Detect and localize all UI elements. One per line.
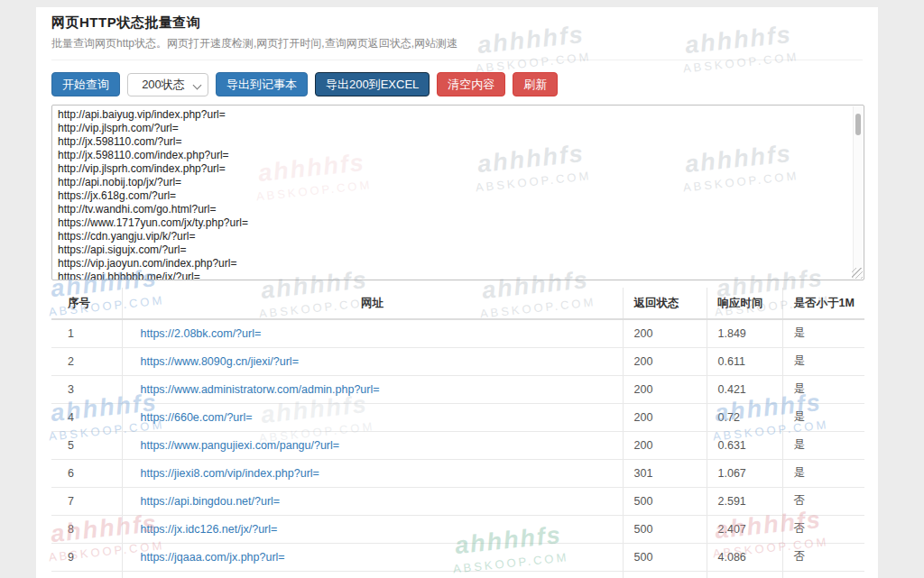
url-line: http://api.baiyug.vip/index.php?url=	[58, 108, 847, 122]
table-row: 2 https://www.8090g.cn/jiexi/?url= 200 0…	[51, 347, 864, 375]
table-row: 7 https://api.bingdou.net/?url= 500 2.59…	[51, 487, 864, 515]
col-header-index: 序号	[51, 288, 122, 319]
cell-status: 200	[623, 319, 707, 347]
cell-under1m: 是	[782, 347, 864, 375]
table-row: 3 https://www.administratorw.com/admin.p…	[51, 375, 864, 403]
cell-status: 500	[623, 487, 707, 515]
table-row: 1 https://2.08bk.com/?url= 200 1.849 是	[51, 319, 864, 347]
url-link[interactable]: https://www.pangujiexi.com/pangu/?url=	[141, 439, 340, 452]
url-link[interactable]: https://2.08bk.com/?url=	[141, 327, 262, 340]
table-row: 8 https://jx.idc126.net/jx/?url= 500 2.4…	[51, 515, 864, 543]
cell-status: 200	[623, 375, 707, 403]
cell-status: 200	[623, 571, 707, 578]
url-line: https://jx.618g.com/?url=	[58, 189, 847, 203]
results-table-container: 序号 网址 返回状态 响应时间 是否小于1M 1 https://2.08bk.…	[51, 288, 863, 578]
table-row: 9 https://jqaaa.com/jx.php?url= 500 4.08…	[51, 543, 864, 571]
textarea-scrollbar-track[interactable]	[853, 106, 863, 279]
url-line: http://jx.598110.com/?url=	[58, 135, 847, 149]
export-notepad-button[interactable]: 导出到记事本	[216, 72, 308, 96]
main-panel: 网页HTTP状态批量查询 批量查询网页http状态。网页打开速度检测,网页打开时…	[36, 7, 878, 578]
cell-index: 1	[51, 319, 122, 347]
cell-time: 0.631	[707, 431, 782, 459]
clear-content-button[interactable]: 清空内容	[437, 72, 505, 96]
cell-index: 3	[51, 375, 122, 403]
cell-status: 301	[623, 459, 707, 487]
url-link[interactable]: https://jx.idc126.net/jx/?url=	[141, 523, 278, 536]
cell-index: 9	[51, 543, 122, 571]
cell-under1m: 是	[782, 571, 864, 578]
page-header: 网页HTTP状态批量查询 批量查询网页http状态。网页打开速度检测,网页打开时…	[51, 14, 863, 60]
refresh-button[interactable]: 刷新	[513, 72, 558, 96]
cell-under1m: 是	[782, 403, 864, 431]
cell-under1m: 是	[782, 431, 864, 459]
url-link[interactable]: https://www.8090g.cn/jiexi/?url=	[141, 355, 299, 368]
cell-status: 500	[623, 515, 707, 543]
url-list-textarea[interactable]: http://api.baiyug.vip/index.php?url= htt…	[51, 105, 864, 280]
table-row: 4 https://660e.com/?url= 200 0.72 是	[51, 403, 864, 431]
url-line: http://tv.wandhi.com/go.html?url=	[58, 203, 847, 216]
results-table: 序号 网址 返回状态 响应时间 是否小于1M 1 https://2.08bk.…	[51, 288, 864, 578]
textarea-resize-handle[interactable]	[852, 268, 863, 279]
url-line: https://www.1717yun.com/jx/ty.php?url=	[58, 216, 847, 230]
url-link[interactable]: https://www.administratorw.com/admin.php…	[141, 383, 380, 396]
cell-time: 2.591	[707, 487, 782, 515]
url-line: http://vip.jlsprh.com/index.php?url=	[58, 162, 847, 176]
cell-index: 4	[51, 403, 122, 431]
page-title: 网页HTTP状态批量查询	[51, 14, 863, 32]
textarea-scrollbar-thumb[interactable]	[855, 114, 861, 135]
cell-index: 5	[51, 431, 122, 459]
cell-time: 0.589	[707, 571, 782, 578]
cell-index: 2	[51, 347, 122, 375]
cell-index: 10	[51, 571, 122, 578]
col-header-status: 返回状态	[623, 288, 707, 319]
url-link[interactable]: https://api.bingdou.net/?url=	[141, 495, 281, 508]
url-line: https://api.bbbbbb.me/jx/?url=	[58, 271, 847, 280]
table-row: 10 https://www.xymav.com/?url= 200 0.589…	[51, 571, 864, 578]
cell-time: 0.72	[707, 403, 782, 431]
cell-under1m: 是	[782, 459, 864, 487]
url-link[interactable]: https://jiexi8.com/vip/index.php?url=	[141, 467, 319, 480]
cell-under1m: 否	[782, 543, 864, 571]
toolbar: 开始查询 200状态 导出到记事本 导出200到EXCEL 清空内容 刷新	[51, 72, 863, 96]
export-excel-button[interactable]: 导出200到EXCEL	[315, 72, 430, 96]
table-header-row: 序号 网址 返回状态 响应时间 是否小于1M	[51, 288, 864, 319]
cell-status: 500	[623, 543, 707, 571]
cell-under1m: 是	[782, 375, 864, 403]
status-filter-select[interactable]: 200状态	[127, 73, 208, 96]
cell-time: 4.086	[707, 543, 782, 571]
col-header-under1m: 是否小于1M	[782, 288, 864, 319]
cell-status: 200	[623, 431, 707, 459]
cell-under1m: 否	[782, 515, 864, 543]
page-subtitle: 批量查询网页http状态。网页打开速度检测,网页打开时间,查询网页返回状态,网站…	[51, 36, 863, 51]
cell-status: 200	[623, 403, 707, 431]
status-filter-value: 200状态	[142, 77, 194, 93]
cell-index: 7	[51, 487, 122, 515]
url-line: https://cdn.yangju.vip/k/?url=	[58, 230, 847, 243]
col-header-url: 网址	[122, 288, 623, 319]
cell-index: 6	[51, 459, 122, 487]
url-line: http://api.nobij.top/jx/?url=	[58, 176, 847, 189]
url-line: http://vip.jlsprh.com/?url=	[58, 122, 847, 135]
url-line: http://jx.598110.com/index.php?url=	[58, 149, 847, 162]
cell-under1m: 否	[782, 487, 864, 515]
cell-index: 8	[51, 515, 122, 543]
table-row: 6 https://jiexi8.com/vip/index.php?url= …	[51, 459, 864, 487]
chevron-down-icon	[193, 80, 202, 89]
cell-time: 0.611	[707, 347, 782, 375]
url-link[interactable]: https://660e.com/?url=	[141, 411, 253, 424]
cell-time: 1.067	[707, 459, 782, 487]
url-line: https://api.sigujx.com/?url=	[58, 243, 847, 257]
cell-status: 200	[623, 347, 707, 375]
cell-under1m: 是	[782, 319, 864, 347]
table-row: 5 https://www.pangujiexi.com/pangu/?url=…	[51, 431, 864, 459]
start-query-button[interactable]: 开始查询	[51, 72, 120, 96]
cell-time: 1.849	[707, 319, 782, 347]
col-header-time: 响应时间	[707, 288, 782, 319]
cell-time: 0.421	[707, 375, 782, 403]
cell-time: 2.407	[707, 515, 782, 543]
url-link[interactable]: https://jqaaa.com/jx.php?url=	[141, 551, 285, 564]
url-line: https://vip.jaoyun.com/index.php?url=	[58, 257, 847, 271]
